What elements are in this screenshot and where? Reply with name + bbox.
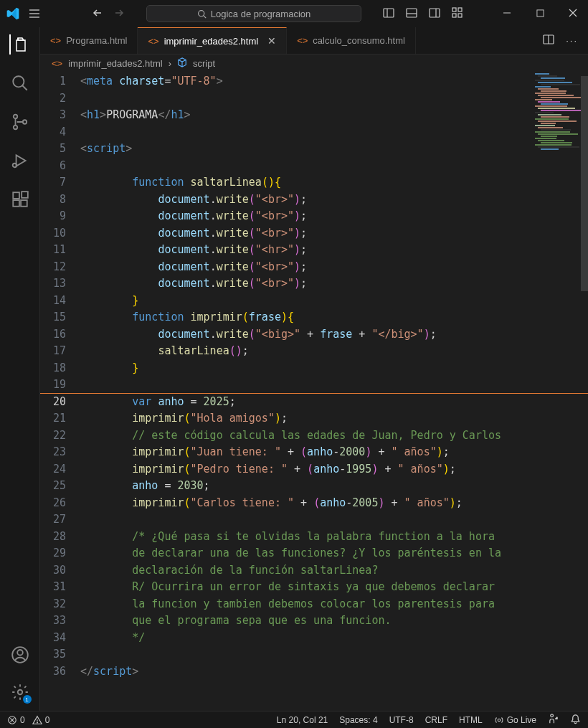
svg-point-38 (37, 722, 37, 723)
title-bar: Logica de programacion (0, 0, 588, 27)
maximize-icon[interactable] (535, 9, 545, 19)
split-editor-icon[interactable] (543, 34, 554, 47)
html-file-icon: <> (52, 58, 62, 69)
search-activity-icon[interactable] (10, 73, 30, 93)
tab-imprimir-edades2[interactable]: <> imprimir_edades2.html ✕ (138, 27, 287, 54)
svg-rect-14 (458, 14, 462, 17)
vscode-logo-icon (6, 6, 20, 21)
close-window-icon[interactable] (568, 9, 578, 19)
main-area: 1 <> Programa.html <> imprimir_edades2.h… (0, 27, 588, 711)
search-icon (197, 9, 207, 19)
chevron-right-icon: › (169, 58, 171, 69)
svg-point-3 (198, 10, 204, 16)
svg-rect-28 (22, 192, 28, 198)
minimize-icon[interactable] (502, 9, 512, 19)
nav-back-icon[interactable] (92, 7, 103, 21)
svg-rect-11 (452, 8, 456, 11)
svg-point-30 (17, 650, 23, 656)
panel-left-icon[interactable] (383, 7, 394, 21)
svg-rect-27 (21, 200, 27, 207)
svg-rect-12 (458, 8, 462, 11)
status-errors[interactable]: 0 0 (7, 715, 49, 725)
html-file-icon: <> (148, 36, 158, 47)
hamburger-menu-icon[interactable] (29, 8, 40, 19)
tab-calculo-consumo[interactable]: <> calculo_consumo.html (287, 27, 416, 54)
panel-bottom-icon[interactable] (406, 7, 417, 21)
layout-controls (383, 7, 463, 21)
settings-gear-icon[interactable]: 1 (10, 682, 30, 702)
svg-point-22 (13, 126, 16, 129)
breadcrumb[interactable]: <> imprimir_edades2.html › script (40, 55, 588, 72)
symbol-namespace-icon (177, 57, 187, 70)
feedback-icon[interactable] (548, 714, 559, 727)
editor-area: <> Programa.html <> imprimir_edades2.htm… (40, 27, 588, 711)
line-gutter: 1234567891011121314151617181920212223242… (40, 72, 80, 711)
svg-point-24 (12, 164, 16, 167)
code-content[interactable]: <meta charset="UTF-8"> <h1>PROGRAMA</h1>… (80, 72, 588, 711)
status-cursor-position[interactable]: Ln 20, Col 21 (277, 715, 328, 725)
breadcrumb-file: imprimir_edades2.html (68, 58, 163, 69)
html-file-icon: <> (50, 35, 61, 46)
tab-label: imprimir_edades2.html (164, 36, 259, 47)
svg-point-19 (13, 76, 24, 87)
status-golive[interactable]: Go Live (494, 715, 536, 725)
svg-rect-7 (407, 9, 417, 17)
vertical-scrollbar[interactable] (581, 72, 588, 711)
window-controls (502, 9, 582, 19)
status-language[interactable]: HTML (459, 715, 483, 725)
extensions-icon[interactable] (10, 189, 30, 209)
svg-rect-25 (13, 192, 19, 199)
svg-point-31 (17, 690, 22, 695)
error-circle-icon (7, 715, 17, 725)
status-encoding[interactable]: UTF-8 (389, 715, 414, 725)
svg-point-21 (13, 115, 16, 118)
more-actions-icon[interactable]: ··· (566, 35, 578, 46)
nav-forward-icon[interactable] (113, 7, 125, 21)
run-debug-icon[interactable] (10, 151, 30, 171)
scrollbar-thumb[interactable] (581, 76, 588, 291)
status-eol[interactable]: CRLF (425, 715, 447, 725)
explorer-icon[interactable] (9, 34, 29, 55)
svg-point-39 (498, 719, 501, 722)
warning-triangle-icon (32, 715, 42, 725)
warning-count: 0 (45, 715, 50, 725)
svg-line-20 (22, 85, 27, 90)
broadcast-icon (494, 715, 504, 725)
tab-programa[interactable]: <> Programa.html (40, 27, 138, 54)
html-file-icon: <> (297, 35, 308, 46)
panel-right-icon[interactable] (429, 7, 440, 21)
svg-point-23 (22, 120, 26, 123)
source-control-icon[interactable] (10, 112, 30, 132)
golive-label: Go Live (507, 715, 536, 725)
tabs-actions: ··· (543, 27, 588, 54)
breadcrumb-symbol: script (193, 58, 215, 69)
svg-rect-16 (536, 9, 543, 16)
close-tab-icon[interactable]: ✕ (267, 35, 276, 47)
code-area[interactable]: 1234567891011121314151617181920212223242… (40, 72, 588, 711)
layout-grid-icon[interactable] (452, 7, 463, 21)
account-icon[interactable] (10, 645, 30, 665)
svg-rect-9 (430, 9, 440, 17)
tabs-row: <> Programa.html <> imprimir_edades2.htm… (40, 27, 588, 55)
svg-rect-13 (452, 14, 456, 17)
error-count: 0 (20, 715, 25, 725)
search-text: Logica de programacion (211, 9, 310, 19)
tab-label: calculo_consumo.html (313, 35, 405, 46)
tab-label: Programa.html (66, 35, 127, 46)
svg-line-4 (204, 15, 206, 17)
minimap[interactable] (535, 73, 585, 145)
search-box[interactable]: Logica de programacion (146, 5, 361, 22)
nav-arrows (92, 7, 125, 21)
svg-rect-26 (13, 200, 19, 207)
activity-bar: 1 (0, 27, 40, 711)
notifications-bell-icon[interactable] (570, 714, 581, 727)
status-bar: 0 0 Ln 20, Col 21 Spaces: 4 UTF-8 CRLF H… (0, 711, 588, 728)
svg-point-40 (551, 714, 554, 717)
status-indent[interactable]: Spaces: 4 (339, 715, 377, 725)
svg-rect-5 (384, 9, 394, 17)
